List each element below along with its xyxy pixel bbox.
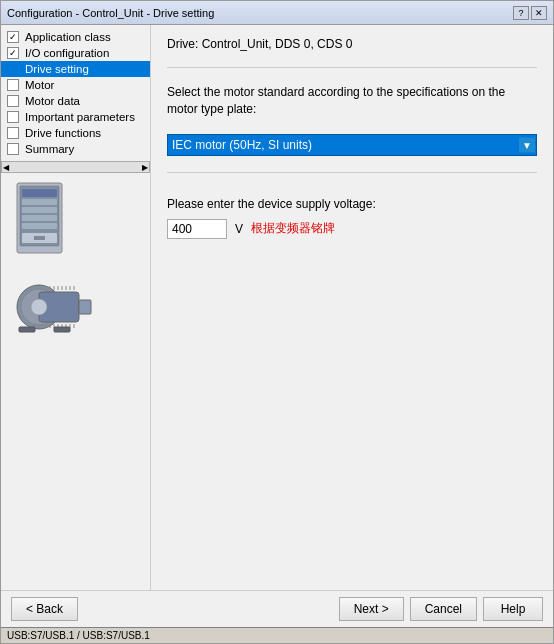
checkbox-motor — [7, 79, 19, 91]
title-bar-controls: ? ✕ — [513, 6, 547, 20]
drive-info: Drive: Control_Unit, DDS 0, CDS 0 — [167, 37, 537, 51]
sidebar-images — [1, 173, 150, 339]
sidebar-label-summary: Summary — [25, 143, 74, 155]
content-area: Application class I/O configuration Driv… — [1, 25, 553, 590]
main-panel: Drive: Control_Unit, DDS 0, CDS 0 Select… — [151, 25, 553, 590]
main-window: Configuration - Control_Unit - Drive set… — [0, 0, 554, 644]
sidebar-item-application-class[interactable]: Application class — [1, 29, 150, 45]
bottom-bar: < Back Next > Cancel Help — [1, 590, 553, 627]
separator-2 — [167, 172, 537, 173]
sidebar-item-motor[interactable]: Motor — [1, 77, 150, 93]
spacer — [167, 251, 537, 578]
motor-standard-label: Select the motor standard according to t… — [167, 84, 537, 118]
svg-rect-5 — [22, 215, 57, 221]
voltage-unit: V — [235, 222, 243, 236]
window-title: Configuration - Control_Unit - Drive set… — [7, 7, 214, 19]
separator-1 — [167, 67, 537, 68]
sidebar-scrollbar[interactable]: ◀ ▶ — [1, 161, 150, 173]
svg-rect-3 — [22, 199, 57, 205]
no-checkbox-drive-setting — [7, 63, 19, 75]
status-text: USB:S7/USB.1 / USB:S7/USB.1 — [7, 630, 150, 641]
motor-image — [9, 269, 99, 339]
scroll-left-arrow[interactable]: ◀ — [3, 163, 9, 172]
sidebar-label-drive-setting: Drive setting — [25, 63, 89, 75]
cancel-button[interactable]: Cancel — [410, 597, 477, 621]
svg-rect-2 — [22, 189, 57, 197]
right-buttons: Next > Cancel Help — [339, 597, 543, 621]
voltage-section: Please enter the device supply voltage: … — [167, 197, 537, 239]
svg-rect-33 — [54, 327, 70, 332]
back-button[interactable]: < Back — [11, 597, 78, 621]
sidebar-label-io-configuration: I/O configuration — [25, 47, 109, 59]
sidebar-label-drive-functions: Drive functions — [25, 127, 101, 139]
sidebar: Application class I/O configuration Driv… — [1, 25, 151, 590]
help-action-button[interactable]: Help — [483, 597, 543, 621]
scroll-right-arrow[interactable]: ▶ — [142, 163, 148, 172]
sidebar-label-application-class: Application class — [25, 31, 111, 43]
help-button[interactable]: ? — [513, 6, 529, 20]
left-buttons: < Back — [11, 597, 78, 621]
svg-rect-32 — [19, 327, 35, 332]
motor-standard-dropdown[interactable]: IEC motor (50Hz, SI units) NEMA motor (6… — [167, 134, 537, 156]
voltage-input[interactable] — [167, 219, 227, 239]
next-button[interactable]: Next > — [339, 597, 404, 621]
close-button[interactable]: ✕ — [531, 6, 547, 20]
voltage-hint: 根据变频器铭牌 — [251, 220, 335, 237]
checkbox-application-class — [7, 31, 19, 43]
sidebar-item-drive-functions[interactable]: Drive functions — [1, 125, 150, 141]
sidebar-label-motor-data: Motor data — [25, 95, 80, 107]
sidebar-label-important-parameters: Important parameters — [25, 111, 135, 123]
checkbox-io-configuration — [7, 47, 19, 59]
sidebar-scroll-area: ◀ ▶ — [1, 161, 150, 173]
status-bar: USB:S7/USB.1 / USB:S7/USB.1 — [1, 627, 553, 643]
svg-rect-4 — [22, 207, 57, 213]
sidebar-item-important-parameters[interactable]: Important parameters — [1, 109, 150, 125]
checkbox-motor-data — [7, 95, 19, 107]
voltage-row: V 根据变频器铭牌 — [167, 219, 537, 239]
svg-rect-6 — [22, 223, 57, 229]
dropdown-wrapper: IEC motor (50Hz, SI units) NEMA motor (6… — [167, 134, 537, 156]
sidebar-label-motor: Motor — [25, 79, 54, 91]
sidebar-item-drive-setting[interactable]: Drive setting — [1, 61, 150, 77]
sidebar-item-io-configuration[interactable]: I/O configuration — [1, 45, 150, 61]
svg-rect-8 — [34, 236, 45, 240]
sidebar-item-summary[interactable]: Summary — [1, 141, 150, 157]
title-bar: Configuration - Control_Unit - Drive set… — [1, 1, 553, 25]
checkbox-drive-functions — [7, 127, 19, 139]
svg-point-13 — [31, 299, 47, 315]
drive-unit-image — [9, 181, 69, 261]
svg-rect-12 — [79, 300, 91, 314]
voltage-label: Please enter the device supply voltage: — [167, 197, 537, 211]
checkbox-summary — [7, 143, 19, 155]
checkbox-important-parameters — [7, 111, 19, 123]
sidebar-item-motor-data[interactable]: Motor data — [1, 93, 150, 109]
